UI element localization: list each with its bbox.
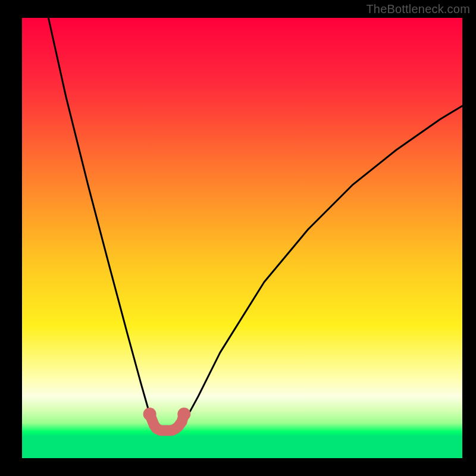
watermark-text: TheBottleneck.com bbox=[366, 2, 470, 16]
chart-svg bbox=[0, 0, 476, 476]
highlight-dot-0 bbox=[143, 408, 156, 421]
chart-root: TheBottleneck.com bbox=[0, 0, 476, 476]
plot-background bbox=[22, 18, 462, 458]
highlight-dot-1 bbox=[177, 408, 190, 421]
